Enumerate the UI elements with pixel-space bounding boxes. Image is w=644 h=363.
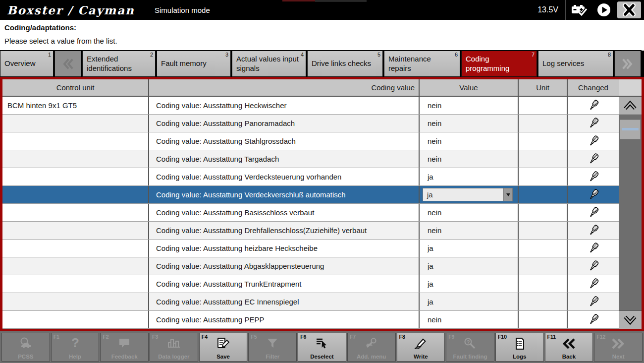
screwdriver-icon[interactable] — [588, 98, 599, 113]
add-menu-icon — [364, 337, 379, 350]
table-row[interactable]: Coding value: Ausstattung TrunkEntrapmen… — [2, 275, 619, 293]
screwdriver-icon[interactable] — [588, 295, 599, 309]
function-button-label: Back — [562, 354, 576, 360]
screwdriver-icon[interactable] — [588, 241, 599, 256]
fkey-label: F3 — [152, 334, 158, 340]
function-button-label: Add. menu — [357, 354, 386, 360]
tab-maintenance-repairs[interactable]: Maintenance repairs6 — [384, 51, 460, 77]
chevron-down-icon[interactable] — [503, 188, 512, 201]
screwdriver-icon[interactable] — [588, 277, 599, 292]
page-instruction: Please select a value from the list. — [4, 37, 117, 45]
cell-value: ja — [420, 293, 519, 310]
table-row[interactable]: Coding value: Ausstattung EC Innenspiege… — [2, 293, 619, 311]
table-row[interactable]: Coding value: Ausstattung Panoramadachne… — [2, 115, 619, 132]
function-button-label: Save — [216, 354, 230, 360]
cell-control-unit — [2, 293, 149, 310]
tab-actual-values-input-signals[interactable]: Actual values input signals4 — [232, 51, 306, 77]
play-icon[interactable] — [592, 0, 615, 20]
help-icon: ? — [69, 337, 82, 350]
tab-fault-memory[interactable]: Fault memory3 — [157, 51, 231, 77]
close-icon[interactable] — [617, 1, 641, 18]
cell-coding-value: Coding value: Ausstattung PEPP — [149, 311, 420, 328]
cell-coding-value: Coding value: Ausstattung Basisschloss v… — [149, 204, 420, 221]
scroll-down-icon[interactable] — [619, 310, 642, 329]
screwdriver-icon[interactable] — [588, 205, 599, 220]
tab-nav-forward[interactable] — [614, 51, 641, 77]
tab-label: Coding programming — [466, 55, 530, 73]
function-button-label: Next — [612, 354, 625, 360]
function-button-label: Feedback — [111, 354, 138, 360]
scrollbar-track[interactable] — [619, 115, 642, 310]
screwdriver-icon[interactable] — [588, 152, 599, 167]
table-row[interactable]: Coding value: Ausstattung PEPPnein — [2, 311, 619, 329]
cell-changed — [568, 97, 619, 114]
back-button[interactable]: F11Back — [545, 333, 593, 362]
titlebar-gray-strip — [315, 0, 367, 1]
cell-unit — [519, 222, 568, 239]
table-row[interactable]: Coding value: Ausstattung Drehfallenschl… — [2, 222, 619, 240]
function-button-label: Help — [69, 354, 81, 360]
cell-coding-value: Coding value: Ausstattung Panoramadach — [149, 115, 420, 132]
table-row[interactable]: Coding value: Ausstattung Targadachnein — [2, 150, 619, 168]
battery-voltage: 13.5V — [537, 5, 558, 14]
column-header-control-unit: Control unit — [2, 79, 149, 96]
deselect-button[interactable]: F6Deselect — [298, 333, 346, 362]
fkey-label: F2 — [103, 334, 108, 340]
value-dropdown[interactable]: ja — [423, 188, 513, 201]
table-row[interactable]: Coding value: Ausstattung Verdeckverschl… — [2, 186, 619, 204]
scrollbar-thumb[interactable] — [620, 120, 641, 139]
fkey-label: F10 — [498, 334, 507, 340]
fkey-label: F12 — [596, 334, 605, 340]
table-row[interactable]: Coding value: Ausstattung heizbare Hecks… — [2, 240, 619, 257]
tab-nav-back[interactable] — [54, 51, 81, 77]
screwdriver-icon[interactable] — [588, 259, 599, 274]
cell-unit — [519, 257, 568, 275]
screwdriver-icon[interactable] — [588, 170, 599, 184]
tab-overview[interactable]: Overview1 — [0, 51, 54, 77]
filter-icon — [266, 337, 279, 351]
cell-coding-value: Coding value: Ausstattung Heckwischer — [149, 97, 420, 114]
tab-extended-identifications[interactable]: Extended identifications2 — [82, 51, 156, 77]
cell-unit — [519, 293, 568, 310]
page-title: Coding/adaptations: — [4, 23, 76, 32]
tab-drive-links-checks[interactable]: Drive links checks5 — [307, 51, 383, 77]
function-button-label: Write — [414, 354, 428, 360]
tab-log-services[interactable]: Log services8 — [538, 51, 613, 77]
cell-value: nein — [420, 222, 519, 239]
brand-logo: Boxster / Cayman — [7, 3, 135, 17]
screwdriver-icon[interactable] — [588, 223, 599, 238]
cell-coding-value: Coding value: Ausstattung heizbare Hecks… — [149, 240, 420, 257]
function-button-label: Fault finding — [453, 354, 487, 360]
screwdriver-icon[interactable] — [588, 312, 599, 327]
table-row[interactable]: BCM hinten 9x1 GT5Coding value: Ausstatt… — [2, 97, 619, 115]
tab-label: Drive links checks — [312, 59, 371, 68]
fkey-label: F1 — [54, 334, 59, 340]
cell-control-unit: BCM hinten 9x1 GT5 — [2, 97, 149, 114]
logs-icon — [513, 337, 526, 351]
table-row[interactable]: Coding value: Ausstattung Verdecksteueru… — [2, 168, 619, 186]
table-row[interactable]: Coding value: Ausstattung Abgasklappenst… — [2, 257, 619, 275]
cell-changed — [568, 222, 619, 239]
next-button: F12Next — [594, 333, 643, 362]
cell-unit — [519, 115, 568, 132]
scrollbar-thumb-grip — [622, 128, 639, 130]
deselect-icon — [315, 337, 329, 350]
tab-label: Extended identifications — [87, 55, 148, 73]
function-button-label: Data logger — [158, 354, 189, 360]
cell-unit — [519, 97, 568, 114]
save-button[interactable]: F4Save — [199, 333, 248, 362]
screwdriver-icon[interactable] — [588, 187, 599, 202]
screwdriver-icon[interactable] — [588, 116, 599, 131]
cell-changed — [568, 275, 619, 293]
cell-unit — [519, 150, 568, 168]
scroll-up-icon[interactable] — [619, 97, 642, 115]
tab-coding-programming[interactable]: Coding programming7 — [461, 51, 537, 77]
cell-coding-value: Coding value: Ausstattung Stahlgrossdach — [149, 132, 420, 150]
tab-label: Overview — [4, 59, 36, 68]
screwdriver-icon[interactable] — [588, 134, 599, 149]
write-button[interactable]: F8Write — [397, 333, 445, 362]
logs-button[interactable]: F10Logs — [495, 333, 544, 362]
cell-value: nein — [420, 115, 519, 132]
table-row[interactable]: Coding value: Ausstattung Basisschloss v… — [2, 204, 619, 222]
table-row[interactable]: Coding value: Ausstattung Stahlgrossdach… — [2, 132, 619, 150]
